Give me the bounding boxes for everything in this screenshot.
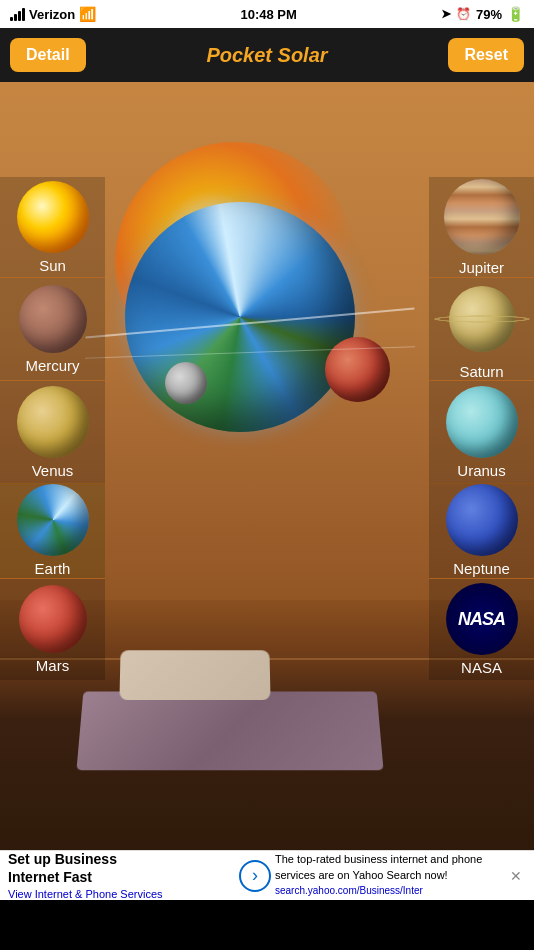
saturn-rings [434,315,530,322]
ad-text-left: Set up BusinessInternet Fast View Intern… [8,850,235,900]
ad-title: Set up BusinessInternet Fast [8,850,235,886]
planet-item-mars[interactable]: Mars [0,579,105,680]
jupiter-label: Jupiter [459,259,504,276]
ad-text-right: The top-rated business internet and phon… [275,852,502,898]
signal-icon [10,8,25,21]
carrier-label: Verizon [29,7,75,22]
earth-image [17,484,89,556]
ad-url: search.yahoo.com/Business/Inter [275,885,423,896]
battery-label: 79% [476,7,502,22]
ad-banner[interactable]: Set up BusinessInternet Fast View Intern… [0,850,534,900]
venus-image [17,386,89,458]
ar-moon[interactable] [165,362,207,404]
neptune-label: Neptune [453,560,510,577]
battery-icon: 🔋 [507,6,524,22]
jupiter-image [444,179,520,255]
reset-button[interactable]: Reset [448,38,524,72]
planet-item-jupiter[interactable]: Jupiter [429,177,534,277]
status-time: 10:48 PM [240,7,296,22]
app-title: Pocket Solar [206,44,327,67]
alarm-icon: ⏰ [456,7,471,21]
uranus-label: Uranus [457,462,505,479]
planet-item-uranus[interactable]: Uranus [429,381,534,483]
venus-label: Venus [32,462,74,479]
saturn-label: Saturn [459,363,503,380]
nav-bar: Detail Pocket Solar Reset [0,28,534,82]
earth-label: Earth [35,560,71,577]
pillow [119,650,270,700]
ad-subtitle: View Internet & Phone Services [8,887,235,900]
planet-item-neptune[interactable]: Neptune [429,483,534,578]
planet-item-earth[interactable]: Earth [0,483,105,578]
neptune-image [446,484,518,556]
mars-image [19,585,87,653]
central-viz [105,142,429,642]
planet-item-mercury[interactable]: Mercury [0,278,105,380]
ad-arrow-button[interactable]: › [239,860,271,892]
status-right: ➤ ⏰ 79% 🔋 [441,6,524,22]
saturn-container [442,279,522,359]
mercury-image [19,285,87,353]
planet-item-venus[interactable]: Venus [0,381,105,483]
nasa-text-label: NASA [458,609,505,630]
location-icon: ➤ [441,7,451,21]
sun-label: Sun [39,257,66,274]
mercury-label: Mercury [25,357,79,374]
planet-item-sun[interactable]: Sun [0,177,105,277]
nasa-label: NASA [461,659,502,676]
nasa-image: NASA [446,583,518,655]
main-area: Sun Mercury Venus Earth Mars Jupiter Sat… [0,82,534,900]
sun-image [17,181,89,253]
mars-label: Mars [36,657,69,674]
ad-body: The top-rated business internet and phon… [275,853,482,880]
ad-close-button[interactable]: ✕ [506,864,526,888]
planet-item-saturn[interactable]: Saturn [429,278,534,380]
planet-item-nasa[interactable]: NASA NASA [429,579,534,680]
wifi-icon: 📶 [79,6,96,22]
mattress [76,691,383,770]
detail-button[interactable]: Detail [10,38,86,72]
status-left: Verizon 📶 [10,6,96,22]
status-bar: Verizon 📶 10:48 PM ➤ ⏰ 79% 🔋 [0,0,534,28]
uranus-image [446,386,518,458]
